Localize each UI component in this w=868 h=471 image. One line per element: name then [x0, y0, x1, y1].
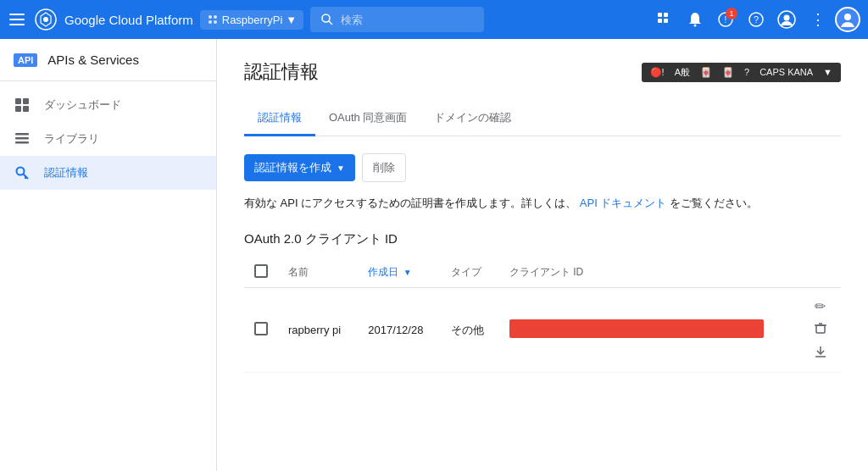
row-action-buttons: ✏	[810, 296, 831, 363]
sidebar-nav: ダッシュボード ライブラリ	[0, 81, 216, 190]
sidebar-item-dashboard-label: ダッシュボード	[44, 97, 121, 113]
svg-line-7	[329, 21, 332, 25]
hamburger-menu-icon[interactable]	[7, 9, 27, 30]
credentials-description: 有効な API にアクセスするための証明書を作成します。詳しくは、 API ドキ…	[244, 196, 841, 211]
sidebar-item-dashboard[interactable]: ダッシュボード	[0, 88, 216, 122]
table-row: rapberry pi 2017/12/28 その他	[244, 288, 841, 373]
row-name: rapberry pi	[288, 324, 341, 336]
row-type: その他	[451, 324, 484, 336]
oauth-table: 名前 作成日 ▼ タイプ クライアント ID	[244, 258, 841, 373]
google-cloud-logo-icon	[34, 8, 58, 31]
more-vertical-icon: ⋮	[810, 10, 825, 29]
date-column-header[interactable]: 作成日 ▼	[358, 258, 441, 288]
select-all-checkbox[interactable]	[254, 264, 268, 278]
tab-credentials[interactable]: 認証情報	[244, 102, 315, 136]
sidebar-item-library[interactable]: ライブラリ	[0, 122, 216, 156]
apps-grid-icon	[656, 11, 673, 28]
sidebar-item-credentials[interactable]: 認証情報	[0, 156, 216, 190]
tabs: 認証情報 OAuth 同意画面 ドメインの確認	[244, 102, 841, 136]
row-date: 2017/12/28	[368, 324, 423, 336]
library-icon	[14, 130, 31, 147]
svg-rect-22	[15, 106, 21, 112]
account-circle-btn[interactable]	[773, 6, 800, 33]
svg-rect-11	[664, 19, 668, 23]
dashboard-grid-icon	[14, 97, 30, 113]
search-icon	[320, 13, 334, 26]
svg-point-12	[694, 25, 697, 27]
main-content: 認証情報 🔴! A般 🀄 🀄 ? CAPS KANA ▼ 認証情報 OAuth …	[217, 39, 868, 471]
ime-toolbar-icon2: 🀄	[719, 65, 737, 80]
tab-oauth[interactable]: OAuth 同意画面	[315, 102, 420, 136]
svg-point-19	[844, 14, 851, 20]
create-credentials-label: 認証情報を作成	[254, 160, 331, 175]
more-options-btn[interactable]: ⋮	[804, 6, 831, 33]
account-circle-icon	[777, 10, 796, 29]
trash-icon	[814, 321, 827, 335]
svg-rect-20	[15, 98, 21, 104]
svg-rect-30	[816, 325, 825, 333]
row-checkbox[interactable]	[254, 322, 268, 335]
apps-icon-btn[interactable]	[651, 6, 678, 33]
download-icon-btn[interactable]	[812, 343, 829, 363]
credentials-icon	[14, 164, 31, 181]
create-credentials-button[interactable]: 認証情報を作成 ▼	[244, 154, 355, 181]
delete-button[interactable]: 削除	[362, 153, 406, 182]
ime-toolbar-kana: CAPS KANA	[756, 65, 816, 79]
svg-point-4	[209, 20, 212, 24]
svg-rect-23	[23, 106, 29, 112]
action-toolbar: 認証情報を作成 ▼ 削除	[244, 153, 841, 182]
oauth-section: OAuth 2.0 クライアント ID 名前 作成日 ▼ タイプ クライアント …	[244, 231, 841, 373]
row-actions-cell: ✏	[800, 288, 841, 373]
sidebar-header: API APIs & Services	[0, 39, 216, 81]
search-input[interactable]	[341, 14, 474, 26]
oauth-section-title: OAuth 2.0 クライアント ID	[244, 231, 841, 247]
client-id-column-header: クライアント ID	[499, 258, 800, 288]
row-type-cell: その他	[441, 288, 499, 373]
project-name: RaspberryPi	[222, 14, 283, 26]
client-id-redacted	[509, 319, 764, 338]
delete-icon-btn[interactable]	[812, 319, 829, 340]
svg-rect-24	[15, 133, 29, 136]
ime-toolbar-a: A般	[671, 64, 693, 80]
svg-point-6	[322, 14, 330, 22]
checkbox-header	[244, 258, 278, 288]
user-avatar-btn[interactable]	[834, 6, 861, 33]
notification-badge-count: 1	[726, 8, 737, 19]
svg-point-3	[214, 15, 217, 19]
support-icon-btn[interactable]: ! 1	[712, 6, 739, 33]
table-header-row: 名前 作成日 ▼ タイプ クライアント ID	[244, 258, 841, 288]
api-docs-link[interactable]: API ドキュメント	[580, 197, 667, 209]
row-client-id-cell	[499, 288, 800, 373]
project-selector[interactable]: RaspberryPi ▼	[200, 10, 303, 30]
svg-rect-9	[664, 13, 668, 17]
app-title: Google Cloud Platform	[64, 13, 193, 27]
description-text: 有効な API にアクセスするための証明書を作成します。詳しくは、	[244, 197, 576, 209]
create-credentials-dropdown-icon: ▼	[337, 163, 345, 173]
sidebar-item-credentials-label: 認証情報	[44, 165, 88, 180]
tab-domain[interactable]: ドメインの確認	[420, 102, 525, 136]
ime-toolbar-flag: 🔴!	[647, 65, 668, 80]
dashboard-icon	[14, 97, 31, 114]
row-checkbox-cell	[244, 288, 278, 373]
notifications-icon	[687, 11, 704, 28]
svg-rect-26	[15, 141, 29, 144]
ime-toolbar: 🔴! A般 🀄 🀄 ? CAPS KANA ▼	[642, 63, 841, 82]
search-bar[interactable]	[310, 7, 484, 32]
svg-point-2	[209, 15, 212, 19]
svg-point-5	[214, 20, 217, 24]
notifications-icon-btn[interactable]	[682, 6, 709, 33]
user-silhouette-icon	[838, 10, 857, 29]
svg-point-27	[17, 168, 25, 175]
user-avatar	[835, 7, 860, 32]
svg-rect-8	[658, 13, 662, 17]
sidebar-item-library-label: ライブラリ	[44, 131, 99, 147]
svg-point-1	[43, 17, 48, 22]
edit-icon-btn[interactable]: ✏	[813, 296, 827, 316]
page-title: 認証情報	[244, 59, 319, 85]
row-date-cell: 2017/12/28	[358, 288, 441, 373]
ime-toolbar-dropdown[interactable]: ▼	[820, 65, 836, 79]
api-badge: API	[14, 53, 37, 67]
svg-rect-10	[658, 19, 662, 23]
help-icon-btn[interactable]: ?	[743, 6, 770, 33]
svg-text:?: ?	[754, 14, 759, 25]
